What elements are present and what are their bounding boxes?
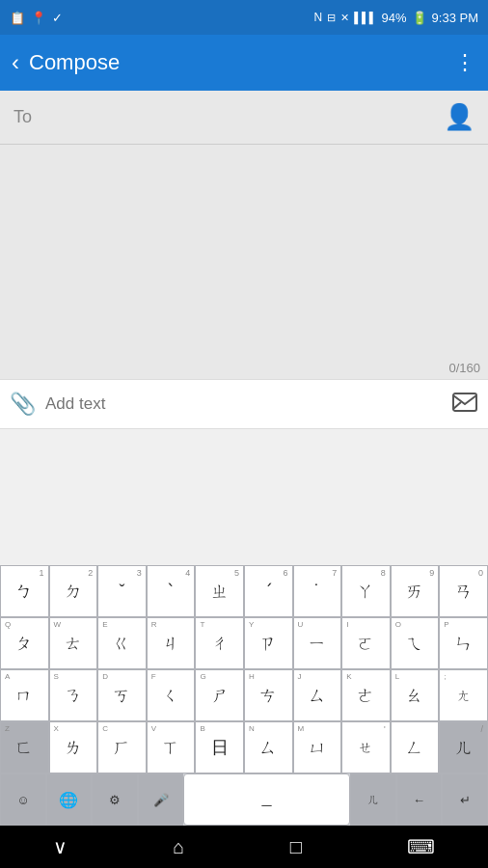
nav-bar: ∨ ⌂ □ ⌨ xyxy=(0,826,488,868)
nav-keyboard-button[interactable]: ⌨ xyxy=(407,835,435,858)
key-q[interactable]: Qㄆ xyxy=(0,617,49,669)
key-bpmf-10[interactable]: 0ㄢ xyxy=(439,565,488,617)
key-bpmf-2[interactable]: 2ㄉ xyxy=(49,565,98,617)
text-input[interactable] xyxy=(45,394,451,414)
battery-icon: 🔋 xyxy=(412,11,427,25)
key-b[interactable]: B日 xyxy=(195,721,244,773)
char-label: ㄦ xyxy=(367,792,379,808)
sim-icon: ⊟ xyxy=(327,12,336,24)
key-s[interactable]: Sㄋ xyxy=(49,669,98,721)
key-semi[interactable]: ;ㄤ xyxy=(439,669,488,721)
space-label: ＿ xyxy=(259,791,274,809)
to-input[interactable] xyxy=(41,108,444,127)
key-slash[interactable]: /ㄦ xyxy=(439,721,488,773)
nfc-icon: N xyxy=(313,11,322,24)
key-u[interactable]: Uㄧ xyxy=(293,617,342,669)
status-bar: 📋 📍 ✓ N ⊟ ✕ ▌▌▌ 94% 🔋 9:33 PM xyxy=(0,0,488,35)
signal-x-icon: ✕ xyxy=(340,12,349,24)
key-bpmf-5[interactable]: 5ㄓ xyxy=(195,565,244,617)
char-count: 0/160 xyxy=(0,357,488,379)
key-x[interactable]: Xㄌ xyxy=(49,721,98,773)
message-area[interactable] xyxy=(0,145,488,357)
mic-icon: 🎤 xyxy=(153,793,169,807)
key-z[interactable]: Zㄈ xyxy=(0,721,49,773)
key-g[interactable]: Gㄕ xyxy=(195,669,244,721)
text-input-row: 📎 xyxy=(0,379,488,429)
to-label: To xyxy=(14,107,32,127)
key-bpmf-4[interactable]: 4ˋ xyxy=(147,565,196,617)
key-m[interactable]: Mㄩ xyxy=(293,721,342,773)
status-bar-icons: 📋 📍 ✓ xyxy=(10,11,63,25)
key-a[interactable]: Aㄇ xyxy=(0,669,49,721)
keyboard-bottom-row: ☺ 🌐 ⚙ 🎤 ＿ ㄦ ← ↵ xyxy=(0,773,488,826)
key-bpmf-1[interactable]: 1ㄅ xyxy=(0,565,49,617)
app-bar-left: ‹ Compose xyxy=(12,49,120,76)
mic-key[interactable]: 🎤 xyxy=(138,773,184,826)
backspace-icon: ← xyxy=(413,793,425,807)
key-c[interactable]: Cㄏ xyxy=(97,721,147,773)
key-d[interactable]: Dㄎ xyxy=(97,669,147,721)
clipboard-icon: 📋 xyxy=(10,11,25,25)
app-title: Compose xyxy=(29,50,120,75)
char-key[interactable]: ㄦ xyxy=(350,773,396,826)
key-v[interactable]: Vㄒ xyxy=(147,721,196,773)
attach-icon[interactable]: 📎 xyxy=(10,392,36,417)
emoji-key[interactable]: ☺ xyxy=(0,773,46,826)
emoji-icon: ☺ xyxy=(16,793,29,807)
to-field: To 👤 xyxy=(0,91,488,145)
globe-icon: 🌐 xyxy=(59,791,78,809)
keyboard-row-3: Aㄇ Sㄋ Dㄎ Fㄑ Gㄕ Hㄘ Jㄙ Kㄜ Lㄠ ;ㄤ xyxy=(0,669,488,721)
keyboard: 1ㄅ 2ㄉ 3ˇ 4ˋ 5ㄓ 6ˊ 7˙ 8ㄚ 9ㄞ 0ㄢ Qㄆ Wㄊ Eㄍ R… xyxy=(0,565,488,826)
key-w[interactable]: Wㄊ xyxy=(49,617,98,669)
key-bpmf-9[interactable]: 9ㄞ xyxy=(391,565,440,617)
key-k[interactable]: Kㄜ xyxy=(341,669,391,721)
key-n[interactable]: Nㄙ xyxy=(244,721,293,773)
location-icon: 📍 xyxy=(31,11,46,25)
svg-rect-0 xyxy=(453,393,476,411)
key-p[interactable]: Pㄣ xyxy=(439,617,488,669)
status-bar-right: N ⊟ ✕ ▌▌▌ 94% 🔋 9:33 PM xyxy=(313,11,478,25)
time: 9:33 PM xyxy=(432,11,478,25)
key-ang[interactable]: ㄥ xyxy=(391,721,440,773)
more-options-button[interactable]: ⋮ xyxy=(454,50,476,75)
keyboard-row-4: Zㄈ Xㄌ Cㄏ Vㄒ B日 Nㄙ Mㄩ 'ㄝ ㄥ /ㄦ xyxy=(0,721,488,773)
space-key[interactable]: ＿ xyxy=(183,773,350,826)
key-f[interactable]: Fㄑ xyxy=(147,669,196,721)
key-j[interactable]: Jㄙ xyxy=(293,669,342,721)
signal-icon: ▌▌▌ xyxy=(354,12,376,23)
send-icon[interactable] xyxy=(451,392,478,418)
key-y[interactable]: Yㄗ xyxy=(244,617,293,669)
contact-icon[interactable]: 👤 xyxy=(444,102,474,132)
enter-key[interactable]: ↵ xyxy=(442,773,488,826)
keyboard-row-2: Qㄆ Wㄊ Eㄍ Rㄐ Tㄔ Yㄗ Uㄧ Iㄛ Oㄟ Pㄣ xyxy=(0,617,488,669)
battery-level: 94% xyxy=(382,11,407,25)
app-bar: ‹ Compose ⋮ xyxy=(0,35,488,91)
key-i[interactable]: Iㄛ xyxy=(341,617,391,669)
key-o[interactable]: Oㄟ xyxy=(391,617,440,669)
keyboard-row-1: 1ㄅ 2ㄉ 3ˇ 4ˋ 5ㄓ 6ˊ 7˙ 8ㄚ 9ㄞ 0ㄢ xyxy=(0,565,488,617)
key-bpmf-6[interactable]: 6ˊ xyxy=(244,565,293,617)
globe-key[interactable]: 🌐 xyxy=(46,773,93,826)
backspace-key[interactable]: ← xyxy=(396,773,443,826)
back-button[interactable]: ‹ xyxy=(12,49,19,76)
key-apos[interactable]: 'ㄝ xyxy=(341,721,391,773)
nav-recents-button[interactable]: □ xyxy=(290,836,302,858)
nav-home-button[interactable]: ⌂ xyxy=(173,836,184,858)
key-t[interactable]: Tㄔ xyxy=(195,617,244,669)
key-r[interactable]: Rㄐ xyxy=(147,617,196,669)
key-l[interactable]: Lㄠ xyxy=(391,669,440,721)
key-e[interactable]: Eㄍ xyxy=(97,617,147,669)
svg-line-1 xyxy=(453,402,461,409)
settings-icon: ⚙ xyxy=(109,793,121,807)
nav-back-button[interactable]: ∨ xyxy=(53,835,68,858)
enter-icon: ↵ xyxy=(460,793,471,807)
settings-key[interactable]: ⚙ xyxy=(92,773,138,826)
key-h[interactable]: Hㄘ xyxy=(244,669,293,721)
key-bpmf-7[interactable]: 7˙ xyxy=(293,565,342,617)
key-bpmf-8[interactable]: 8ㄚ xyxy=(341,565,391,617)
key-bpmf-3[interactable]: 3ˇ xyxy=(97,565,147,617)
check-icon: ✓ xyxy=(52,11,63,25)
